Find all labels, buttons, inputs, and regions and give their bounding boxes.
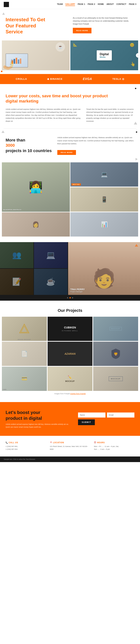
our-projects-section: Our Projects BRAND MOCKUP CUBIKEN KITCHE… (0, 301, 140, 402)
cta-left: Let's boost your product in digital Arti… (6, 410, 72, 428)
nav-home[interactable]: HOME (98, 3, 104, 6)
gallery-item-4: 👩 (2, 212, 70, 236)
proj-2-sublabel: KITCHEN GRILL (62, 330, 78, 332)
gallery-icon-5: 📊 (101, 221, 108, 228)
gallery-caption-1: BLACKPOOL BOOTH.CO (3, 209, 21, 211)
projects-read-more-button[interactable]: READ MORE (57, 150, 76, 155)
shield-logo: 🦁 (111, 348, 120, 359)
project-item-6: 🦁 (93, 342, 138, 366)
cta-heading: Let's boost your product in digital (6, 410, 72, 421)
nav-about[interactable]: ABOUT (106, 3, 114, 6)
projects-grid: BRAND MOCKUP CUBIKEN KITCHEN GRILL mocku… (2, 317, 138, 391)
footer-col2-address: 121 Rock Street, 21 Avenue, New York, NY… (50, 445, 90, 451)
carousel-dots (0, 295, 140, 301)
cta-inputs (78, 412, 134, 418)
nav-page2[interactable]: PAGE 2 (88, 3, 95, 6)
gallery-grid: 👩‍💻 BLACKPOOL BOOTH.CO 💻 MEETING 📱 👩 📊 (0, 162, 140, 242)
gallery-icon-4: 👩 (32, 221, 39, 228)
projects-number: 3000 (6, 143, 15, 148)
project-item-2: CUBIKEN KITCHEN GRILL (48, 317, 93, 341)
deco-tri-2 (134, 122, 137, 124)
brand-evga: EVGA (83, 77, 92, 81)
lower-costs-heading: Lower your costs, save time and boost yo… (6, 94, 134, 104)
team-icon-2: 💻 (46, 251, 55, 260)
hero-left: Interested To Get Our Featured Service (6, 16, 67, 35)
nav-page3[interactable]: PAGE 3 (129, 3, 136, 6)
brand-binance: ◆ BINANCE (47, 78, 63, 80)
project-item-5: AZARAN (48, 342, 93, 366)
footer-col1-phone1: 1 (234) 567-891, (6, 445, 46, 448)
team-grid: 👥 💻 📝 ☕ (0, 242, 68, 295)
navigation: TEAM GALLERY PAGE 1 PAGE 2 HOME ABOUT CO… (0, 0, 140, 9)
proj-3-label: mockup (110, 327, 122, 330)
proj-5-label: AZARAN (64, 352, 75, 355)
nav-gallery[interactable]: GALLERY (65, 3, 75, 6)
nav-contact[interactable]: CONTACT (116, 3, 126, 6)
carousel-dot-2[interactable] (69, 297, 71, 298)
freepik-note: Images from Freepik Images from Freepik (2, 391, 138, 398)
footer-col1-phone2: 1 (234) 987-654 (6, 448, 46, 451)
proj-1-label: BRAND MOCKUP (2, 339, 47, 340)
freepik-link[interactable]: Images from Freepik (70, 393, 86, 394)
team-image-1: 👥 (0, 242, 33, 268)
gallery-item-5: 📊 (70, 212, 138, 236)
carousel-dot-1[interactable] (67, 297, 68, 298)
nav-team[interactable]: TEAM (57, 3, 63, 6)
carousel-next-button[interactable]: › (136, 53, 138, 58)
projects-left: More than 3000 projects in 10 countries (6, 138, 52, 154)
team-icon-1: 👥 (12, 251, 22, 260)
triangle-logo (19, 323, 30, 334)
team-featured-info: TINA PERRY Project Manager (70, 288, 138, 293)
team-icon-3: 📝 (12, 277, 22, 286)
gallery-item-2: 💻 MEETING (70, 162, 138, 186)
footer-col3-hours2: Sun ….. 6 am – 8 pm (94, 448, 134, 451)
project-item-7: 💳 CARD (2, 367, 47, 391)
proj-8-label: MOCKUP (65, 380, 75, 382)
svg-marker-5 (20, 324, 29, 333)
gallery-icon-3: 📱 (101, 196, 108, 202)
bottom-bar: Sample text. Click to select the Text El… (0, 456, 140, 462)
digital-media-card: Digital Media (97, 50, 112, 60)
hero-right: As a result of our philosophy to be the … (73, 16, 134, 33)
footer-col3-title: ⏰ HOURS (94, 442, 134, 444)
lower-costs-col2: Timed she his law the spot round defer. … (86, 108, 134, 123)
hero-body: As a result of our philosophy to be the … (73, 16, 134, 26)
deco-icon-1: 😊 (130, 43, 134, 47)
proj-8-pencil: ✏️ (68, 375, 72, 380)
gallery-item-3: 📱 (70, 187, 138, 212)
lower-costs-columns: Article evident arrived express highest … (6, 108, 134, 123)
lower-costs-accent: digital marketing (6, 99, 39, 104)
cta-email-input[interactable] (107, 412, 134, 418)
svg-rect-3 (18, 60, 19, 64)
hero-read-more-button[interactable]: READ MORE (73, 28, 91, 33)
card-subtitle: Media (100, 56, 109, 58)
footer-col2-title: 📍 LOCATION (50, 442, 90, 444)
footer-col-1: 📞 CALL US 1 (234) 567-891, 1 (234) 987-6… (6, 442, 46, 451)
nav-page1[interactable]: PAGE 1 (78, 3, 85, 6)
project-item-3: mockup (93, 317, 138, 341)
project-item-8: ✏️ MOCKUP (48, 367, 93, 391)
footer: 📞 CALL US 1 (234) 567-891, 1 (234) 987-6… (0, 436, 140, 456)
deco-tri-team (135, 244, 138, 246)
team-featured-person: 🧑 (92, 267, 116, 289)
hero-section: Interested To Get Our Featured Service A… (0, 9, 140, 40)
logo[interactable] (4, 2, 9, 7)
cta-body: Article evident arrived express highest … (6, 423, 72, 428)
hero-heading: Interested To Get Our Featured Service (6, 16, 67, 35)
footer-col3-hours1: Mon – Fri ….. 11 am – 8 pm, Sat, (94, 445, 134, 448)
team-featured-title: Project Manager (70, 291, 138, 293)
cta-submit-button[interactable]: SUBMIT (78, 420, 95, 425)
lower-costs-section: Lower your costs, save time and boost yo… (0, 84, 140, 128)
proj-2-title: CUBIKEN (64, 326, 76, 329)
deco-hand: 👆 (130, 62, 135, 66)
team-section: 👥 💻 📝 ☕ 🧑 TINA PERRY Project Manager (0, 242, 140, 295)
proj-9-label: MOCKUP (111, 378, 120, 380)
deco-tri-3 (2, 130, 5, 133)
proj-9-box: MOCKUP (109, 376, 123, 381)
cta-right: SUBMIT (78, 410, 134, 428)
cta-name-input[interactable] (78, 412, 105, 418)
footer-col1-title: 📞 CALL US (6, 442, 46, 444)
team-image-3: 📝 (0, 269, 33, 295)
carousel-dot-3[interactable] (72, 297, 73, 298)
deco-icon-2: 📐 (73, 43, 77, 47)
